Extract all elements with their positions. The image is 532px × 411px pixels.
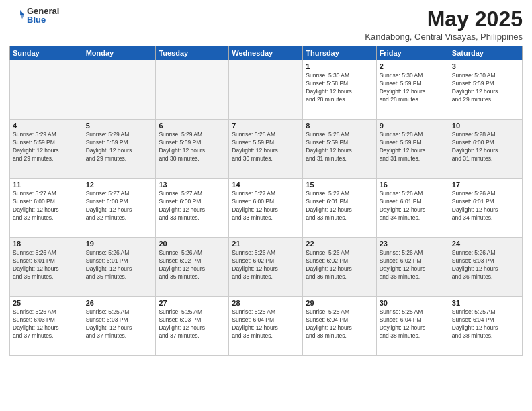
day-info: Sunrise: 5:27 AM Sunset: 6:00 PM Dayligh… [159, 190, 226, 222]
calendar-header-tuesday: Tuesday [156, 46, 229, 60]
day-info: Sunrise: 5:29 AM Sunset: 5:59 PM Dayligh… [159, 131, 226, 163]
day-number: 3 [452, 62, 519, 71]
day-number: 1 [306, 62, 373, 71]
day-number: 10 [452, 122, 519, 130]
day-info: Sunrise: 5:29 AM Sunset: 5:59 PM Dayligh… [86, 131, 153, 163]
day-number: 21 [232, 240, 300, 248]
day-info: Sunrise: 5:26 AM Sunset: 6:01 PM Dayligh… [86, 249, 153, 281]
day-info: Sunrise: 5:30 AM Sunset: 5:59 PM Dayligh… [380, 72, 446, 104]
day-number: 31 [452, 299, 519, 307]
day-number: 22 [306, 240, 373, 248]
day-number: 11 [13, 181, 80, 189]
calendar-cell: 9Sunrise: 5:28 AM Sunset: 5:59 PM Daylig… [376, 120, 449, 179]
day-info: Sunrise: 5:26 AM Sunset: 6:03 PM Dayligh… [13, 308, 80, 340]
day-number: 5 [86, 122, 153, 130]
day-info: Sunrise: 5:26 AM Sunset: 6:02 PM Dayligh… [306, 249, 373, 281]
calendar-cell: 16Sunrise: 5:26 AM Sunset: 6:01 PM Dayli… [376, 179, 449, 238]
day-number: 17 [452, 181, 519, 189]
calendar-cell: 26Sunrise: 5:25 AM Sunset: 6:03 PM Dayli… [83, 297, 156, 356]
calendar-cell: 7Sunrise: 5:28 AM Sunset: 5:59 PM Daylig… [229, 120, 303, 179]
day-info: Sunrise: 5:25 AM Sunset: 6:03 PM Dayligh… [86, 308, 153, 340]
day-number: 15 [306, 181, 373, 189]
calendar-week-row: 1Sunrise: 5:30 AM Sunset: 5:58 PM Daylig… [10, 60, 523, 120]
calendar-cell: 20Sunrise: 5:26 AM Sunset: 6:02 PM Dayli… [156, 238, 229, 297]
calendar-cell [83, 60, 156, 120]
calendar-header-sunday: Sunday [10, 46, 83, 60]
calendar-cell: 4Sunrise: 5:29 AM Sunset: 5:59 PM Daylig… [10, 120, 83, 179]
day-number: 27 [159, 299, 226, 307]
calendar-cell: 19Sunrise: 5:26 AM Sunset: 6:01 PM Dayli… [83, 238, 156, 297]
calendar-header-row: SundayMondayTuesdayWednesdayThursdayFrid… [10, 46, 523, 60]
day-info: Sunrise: 5:25 AM Sunset: 6:04 PM Dayligh… [232, 308, 300, 340]
day-info: Sunrise: 5:30 AM Sunset: 5:58 PM Dayligh… [306, 72, 373, 104]
calendar-cell: 23Sunrise: 5:26 AM Sunset: 6:02 PM Dayli… [376, 238, 449, 297]
calendar-cell: 10Sunrise: 5:28 AM Sunset: 6:00 PM Dayli… [449, 120, 522, 179]
calendar-cell: 27Sunrise: 5:25 AM Sunset: 6:03 PM Dayli… [156, 297, 229, 356]
calendar-week-row: 11Sunrise: 5:27 AM Sunset: 6:00 PM Dayli… [10, 179, 523, 238]
day-number: 8 [306, 122, 373, 130]
calendar-cell: 14Sunrise: 5:27 AM Sunset: 6:00 PM Dayli… [229, 179, 303, 238]
day-info: Sunrise: 5:25 AM Sunset: 6:03 PM Dayligh… [159, 308, 226, 340]
calendar-cell: 2Sunrise: 5:30 AM Sunset: 5:59 PM Daylig… [376, 60, 449, 120]
svg-marker-1 [20, 15, 24, 19]
calendar-cell: 18Sunrise: 5:26 AM Sunset: 6:01 PM Dayli… [10, 238, 83, 297]
logo-text: General Blue [27, 7, 59, 24]
calendar-cell [229, 60, 303, 120]
page: General Blue May 2025 Kandabong, Central… [0, 0, 532, 411]
calendar-cell: 3Sunrise: 5:30 AM Sunset: 5:59 PM Daylig… [449, 60, 522, 120]
calendar-cell [10, 60, 83, 120]
calendar-cell: 6Sunrise: 5:29 AM Sunset: 5:59 PM Daylig… [156, 120, 229, 179]
day-number: 29 [306, 299, 373, 307]
day-number: 4 [13, 122, 80, 130]
day-number: 25 [13, 299, 80, 307]
calendar-week-row: 18Sunrise: 5:26 AM Sunset: 6:01 PM Dayli… [10, 238, 523, 297]
day-info: Sunrise: 5:25 AM Sunset: 6:04 PM Dayligh… [306, 308, 373, 340]
title-location: Kandabong, Central Visayas, Philippines [365, 32, 523, 42]
day-number: 26 [86, 299, 153, 307]
day-info: Sunrise: 5:29 AM Sunset: 5:59 PM Dayligh… [13, 131, 80, 163]
calendar-header-wednesday: Wednesday [229, 46, 303, 60]
calendar-header-monday: Monday [83, 46, 156, 60]
day-number: 9 [380, 122, 446, 130]
calendar-table: SundayMondayTuesdayWednesdayThursdayFrid… [9, 46, 523, 356]
calendar-cell: 5Sunrise: 5:29 AM Sunset: 5:59 PM Daylig… [83, 120, 156, 179]
calendar-cell: 28Sunrise: 5:25 AM Sunset: 6:04 PM Dayli… [229, 297, 303, 356]
day-number: 24 [452, 240, 519, 248]
day-info: Sunrise: 5:28 AM Sunset: 6:00 PM Dayligh… [452, 131, 519, 163]
day-number: 20 [159, 240, 226, 248]
calendar-cell: 1Sunrise: 5:30 AM Sunset: 5:58 PM Daylig… [303, 60, 376, 120]
calendar-cell: 13Sunrise: 5:27 AM Sunset: 6:00 PM Dayli… [156, 179, 229, 238]
day-number: 12 [86, 181, 153, 189]
logo: General Blue [9, 7, 59, 24]
day-number: 23 [380, 240, 446, 248]
day-info: Sunrise: 5:26 AM Sunset: 6:02 PM Dayligh… [380, 249, 446, 281]
calendar-week-row: 4Sunrise: 5:29 AM Sunset: 5:59 PM Daylig… [10, 120, 523, 179]
day-info: Sunrise: 5:28 AM Sunset: 5:59 PM Dayligh… [306, 131, 373, 163]
day-info: Sunrise: 5:28 AM Sunset: 5:59 PM Dayligh… [232, 131, 300, 163]
day-info: Sunrise: 5:30 AM Sunset: 5:59 PM Dayligh… [452, 72, 519, 104]
day-number: 6 [159, 122, 226, 130]
calendar-cell: 22Sunrise: 5:26 AM Sunset: 6:02 PM Dayli… [303, 238, 376, 297]
calendar-cell: 8Sunrise: 5:28 AM Sunset: 5:59 PM Daylig… [303, 120, 376, 179]
svg-marker-0 [20, 10, 24, 15]
header: General Blue May 2025 Kandabong, Central… [9, 7, 523, 42]
day-info: Sunrise: 5:27 AM Sunset: 6:01 PM Dayligh… [306, 190, 373, 222]
day-number: 2 [380, 62, 446, 71]
day-info: Sunrise: 5:26 AM Sunset: 6:02 PM Dayligh… [232, 249, 300, 281]
day-number: 18 [13, 240, 80, 248]
day-number: 16 [380, 181, 446, 189]
day-info: Sunrise: 5:25 AM Sunset: 6:04 PM Dayligh… [380, 308, 446, 340]
day-number: 28 [232, 299, 300, 307]
day-number: 19 [86, 240, 153, 248]
day-info: Sunrise: 5:26 AM Sunset: 6:01 PM Dayligh… [380, 190, 446, 222]
day-info: Sunrise: 5:27 AM Sunset: 6:00 PM Dayligh… [232, 190, 300, 222]
logo-blue-text: Blue [27, 15, 59, 24]
day-number: 7 [232, 122, 300, 130]
calendar-cell: 21Sunrise: 5:26 AM Sunset: 6:02 PM Dayli… [229, 238, 303, 297]
day-info: Sunrise: 5:26 AM Sunset: 6:03 PM Dayligh… [452, 249, 519, 281]
day-number: 14 [232, 181, 300, 189]
title-month: May 2025 [365, 7, 523, 32]
day-info: Sunrise: 5:27 AM Sunset: 6:00 PM Dayligh… [86, 190, 153, 222]
calendar-header-thursday: Thursday [303, 46, 376, 60]
calendar-cell: 11Sunrise: 5:27 AM Sunset: 6:00 PM Dayli… [10, 179, 83, 238]
